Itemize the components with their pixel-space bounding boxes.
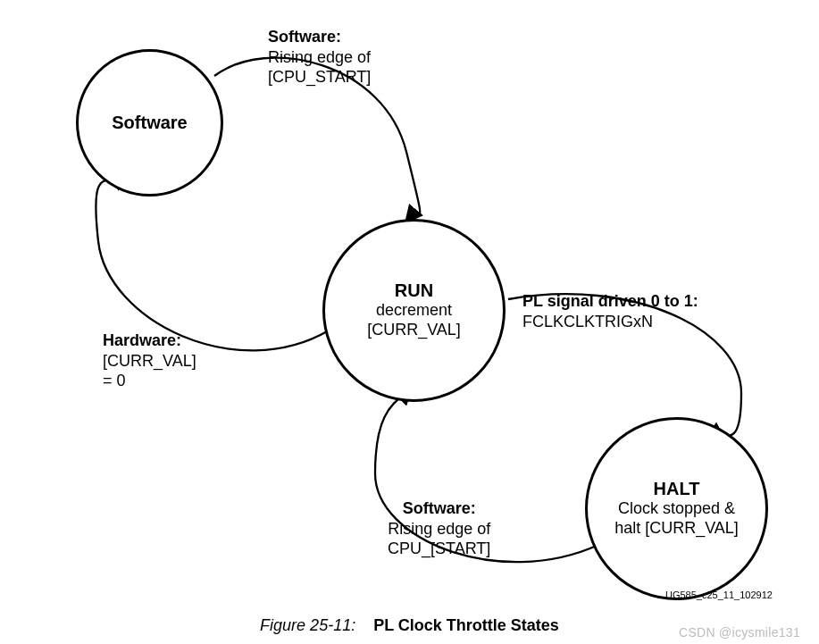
- label-halt-run-l1: Rising edge of: [388, 519, 490, 539]
- state-halt-line1: Clock stopped &: [618, 499, 735, 519]
- edge-run-to-software: [96, 174, 329, 350]
- state-software: Software: [76, 49, 223, 197]
- label-sw-run-l1: Rising edge of: [268, 47, 371, 68]
- state-run-line1: decrement: [376, 301, 452, 321]
- label-halt-run-head: Software:: [388, 498, 490, 519]
- label-sw-run-l2: [CPU_START]: [268, 67, 371, 88]
- label-run-sw-l2: = 0: [103, 371, 196, 391]
- label-run-sw-l1: [CURR_VAL]: [103, 351, 196, 372]
- state-halt-title: HALT: [654, 479, 700, 499]
- document-id: UG585_c25_11_102912: [665, 590, 773, 600]
- state-run: RUN decrement [CURR_VAL]: [322, 219, 506, 402]
- state-halt-line2: halt [CURR_VAL]: [614, 519, 739, 539]
- label-run-to-software: Hardware: [CURR_VAL] = 0: [103, 330, 196, 391]
- state-halt: HALT Clock stopped & halt [CURR_VAL]: [585, 417, 768, 600]
- label-run-halt-l1: FCLKCLKTRIGxN: [522, 312, 698, 332]
- state-software-title: Software: [112, 113, 187, 133]
- label-run-to-halt: PL signal driven 0 to 1: FCLKCLKTRIGxN: [522, 291, 698, 331]
- label-software-to-run: Software: Rising edge of [CPU_START]: [268, 27, 371, 88]
- label-run-sw-head: Hardware:: [103, 330, 196, 351]
- state-run-title: RUN: [395, 280, 433, 301]
- state-run-line2: [CURR_VAL]: [367, 321, 461, 340]
- figure-number: Figure 25-11:: [260, 616, 355, 634]
- label-halt-run-l2: CPU_[START]: [388, 539, 490, 559]
- label-sw-run-head: Software:: [268, 27, 371, 47]
- watermark: CSDN @icysmile131: [679, 625, 800, 640]
- state-diagram: Software RUN decrement [CURR_VAL] HALT C…: [0, 0, 819, 644]
- figure-title: PL Clock Throttle States: [373, 616, 559, 634]
- label-halt-to-run: Software: Rising edge of CPU_[START]: [388, 498, 490, 559]
- label-run-halt-head: PL signal driven 0 to 1:: [522, 291, 698, 312]
